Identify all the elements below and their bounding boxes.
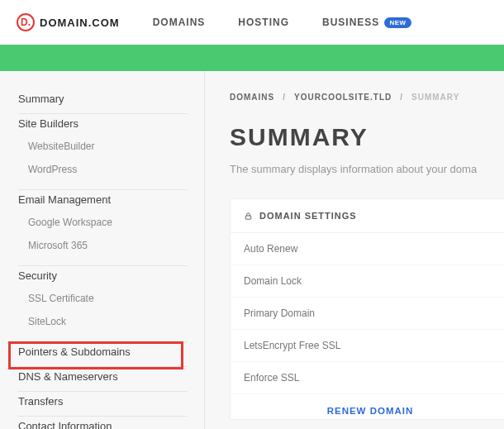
nav-hosting[interactable]: HOSTING: [238, 17, 289, 28]
sidebar-item-microsoft-365[interactable]: Microsoft 365: [18, 234, 188, 257]
panel-header: DOMAIN SETTINGS: [231, 199, 504, 233]
sidebar-item-ssl-certificate[interactable]: SSL Certificate: [18, 287, 188, 310]
nav-domains-label: DOMAINS: [153, 17, 206, 28]
top-navbar: D. DOMAIN.COM DOMAINS HOSTING BUSINESS N…: [0, 0, 504, 45]
svg-rect-0: [245, 216, 250, 219]
divider: [18, 189, 188, 190]
breadcrumb-site[interactable]: YOURCOOLSITE.TLD: [294, 93, 392, 102]
lock-icon: [244, 212, 253, 221]
logo-text: DOMAIN.COM: [40, 17, 120, 29]
sidebar: Summary Site Builders WebsiteBuilder Wor…: [0, 71, 205, 429]
setting-letsencrypt[interactable]: LetsEncrypt Free SSL: [231, 330, 504, 362]
breadcrumb-domains[interactable]: DOMAINS: [230, 93, 274, 102]
divider: [18, 416, 188, 417]
sidebar-item-google-workspace[interactable]: Google Workspace: [18, 211, 188, 234]
sidebar-item-sitelock[interactable]: SiteLock: [18, 310, 188, 333]
notification-bar: [0, 45, 504, 71]
nav-business-label: BUSINESS: [322, 17, 379, 28]
sidebar-item-security[interactable]: Security: [18, 269, 188, 282]
sidebar-item-site-builders[interactable]: Site Builders: [18, 117, 188, 130]
panel-header-label: DOMAIN SETTINGS: [259, 211, 357, 221]
sidebar-item-wordpress[interactable]: WordPress: [18, 158, 188, 181]
divider: [18, 391, 188, 392]
sidebar-item-summary[interactable]: Summary: [18, 93, 188, 105]
divider: [18, 366, 188, 367]
sidebar-item-contact-information[interactable]: Contact Information: [18, 420, 188, 429]
breadcrumb-current: SUMMARY: [411, 93, 459, 102]
setting-domain-lock[interactable]: Domain Lock: [231, 265, 504, 298]
nav-domains[interactable]: DOMAINS: [153, 17, 206, 28]
new-badge: NEW: [384, 17, 411, 28]
logo-mark-icon: D.: [17, 13, 35, 31]
primary-nav: DOMAINS HOSTING BUSINESS NEW: [153, 17, 411, 28]
sidebar-item-websitebuilder[interactable]: WebsiteBuilder: [18, 135, 188, 158]
nav-hosting-label: HOSTING: [238, 17, 289, 28]
breadcrumb-separator: /: [283, 93, 286, 102]
logo[interactable]: D. DOMAIN.COM: [17, 13, 120, 31]
sidebar-item-email-management[interactable]: Email Management: [18, 193, 188, 206]
divider: [18, 265, 188, 266]
setting-enforce-ssl[interactable]: Enforce SSL: [231, 362, 504, 394]
breadcrumb: DOMAINS / YOURCOOLSITE.TLD / SUMMARY: [230, 93, 504, 102]
page-title: SUMMARY: [230, 123, 504, 151]
divider: [18, 113, 188, 114]
page-subtitle: The summary displays information about y…: [230, 163, 504, 175]
main-content: DOMAINS / YOURCOOLSITE.TLD / SUMMARY SUM…: [205, 71, 504, 429]
breadcrumb-separator: /: [400, 93, 403, 102]
domain-settings-panel: DOMAIN SETTINGS Auto Renew Domain Lock P…: [230, 198, 504, 420]
sidebar-item-transfers[interactable]: Transfers: [18, 395, 188, 408]
nav-business[interactable]: BUSINESS NEW: [322, 17, 411, 28]
divider: [18, 341, 188, 342]
setting-auto-renew[interactable]: Auto Renew: [231, 233, 504, 265]
sidebar-item-dns-nameservers[interactable]: DNS & Nameservers: [18, 370, 188, 383]
setting-primary-domain[interactable]: Primary Domain: [231, 298, 504, 330]
renew-domain-button[interactable]: RENEW DOMAIN: [231, 394, 504, 419]
sidebar-item-pointers-subdomains[interactable]: Pointers & Subdomains: [18, 346, 188, 358]
